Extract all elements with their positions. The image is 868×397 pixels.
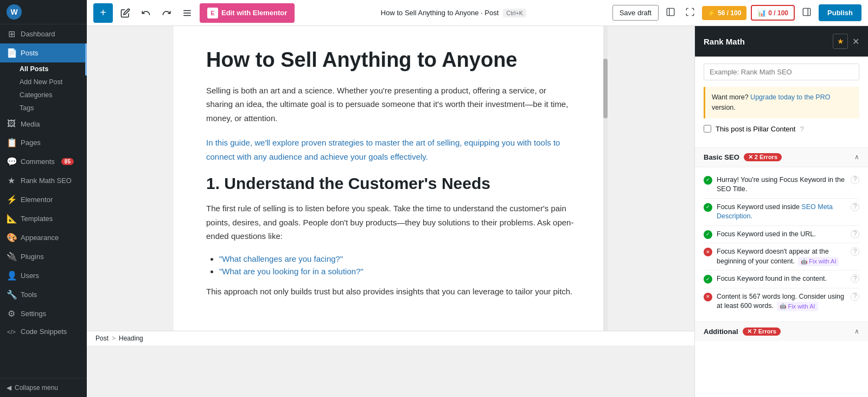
- toolbar: + E Edit with Elementor How to Sell Anyt…: [87, 0, 868, 26]
- upgrade-text2: version.: [712, 104, 736, 111]
- bottom-breadcrumb-bar: Post > Heading: [87, 331, 694, 345]
- sidebar-sub-add-new[interactable]: Add New Post: [15, 75, 87, 89]
- sidebar-item-comments[interactable]: 💬 Comments 85: [0, 152, 87, 171]
- edit-elementor-label: Edit with Elementor: [221, 9, 287, 17]
- rank-math-upgrade-box: Want more? Upgrade today to the PRO vers…: [704, 87, 859, 118]
- settings-icon: ⚙: [7, 308, 16, 319]
- collapse-label: Collapse menu: [15, 384, 58, 392]
- seo-score-value: 56 / 100: [718, 9, 741, 17]
- templates-icon: 📐: [7, 213, 16, 224]
- breadcrumb-separator: >: [112, 335, 116, 342]
- pencil-button[interactable]: [117, 5, 133, 21]
- edit-with-elementor-button[interactable]: E Edit with Elementor: [200, 3, 295, 23]
- fullscreen-button[interactable]: [682, 4, 698, 22]
- check-help-6[interactable]: ?: [851, 292, 859, 301]
- sidebar-item-code-snippets[interactable]: </> Code Snippets: [0, 323, 87, 340]
- rank-math-panel: Rank Math ★ ✕ Want more? Upgrade today t…: [694, 26, 868, 397]
- upgrade-text: Want more?: [712, 93, 749, 101]
- sidebar-item-dashboard[interactable]: ⊞ Dashboard: [0, 24, 87, 43]
- sidebar-item-pages[interactable]: 📋 Pages: [0, 133, 87, 152]
- code-snippets-icon: </>: [7, 329, 16, 335]
- elementor-e-icon: E: [207, 8, 218, 18]
- check-icon-4: ✕: [704, 248, 712, 256]
- fix-ai-link-4[interactable]: 🤖 Fix with AI: [798, 257, 839, 266]
- bullet-item-2: "What are you looking for in a solution?…: [219, 267, 575, 276]
- sidebar-sub-categories[interactable]: Categories: [15, 89, 87, 102]
- publish-button[interactable]: Publish: [819, 4, 861, 21]
- focus-keyword-input[interactable]: [704, 64, 859, 80]
- sidebar-item-templates[interactable]: 📐 Templates: [0, 209, 87, 228]
- seo-score-button[interactable]: ⚡ 56 / 100: [702, 6, 746, 20]
- sidebar-item-settings[interactable]: ⚙ Settings: [0, 304, 87, 323]
- elementor-icon: ⚡: [7, 194, 16, 205]
- sidebar-item-label: Comments: [21, 157, 55, 166]
- check-help-2[interactable]: ?: [851, 203, 859, 211]
- categories-label: Categories: [20, 91, 52, 99]
- check-icon-1: ✓: [704, 176, 712, 185]
- upgrade-link[interactable]: Upgrade today to the PRO: [750, 93, 830, 101]
- save-draft-button[interactable]: Save draft: [612, 5, 659, 21]
- check-help-5[interactable]: ?: [851, 274, 859, 283]
- pillar-content-checkbox[interactable]: [704, 125, 711, 133]
- svg-rect-3: [667, 8, 674, 16]
- post-section1-para: The first rule of selling is to listen b…: [206, 201, 575, 243]
- check-help-3[interactable]: ?: [851, 230, 859, 238]
- sidebar-item-label: Templates: [21, 215, 53, 223]
- view-mode-button[interactable]: [663, 4, 678, 22]
- check-text-6: Content is 567 words long. Consider usin…: [717, 292, 846, 311]
- additional-title: Additional ✕ 7 Errors: [704, 327, 781, 336]
- list-view-button[interactable]: [179, 5, 195, 21]
- sidebar-sub-tags[interactable]: Tags: [15, 102, 87, 115]
- all-posts-label: All Posts: [20, 65, 49, 73]
- rank-math-title: Rank Math: [704, 37, 745, 46]
- basic-seo-section-header[interactable]: Basic SEO ✕ 2 Errors ∧: [695, 147, 868, 167]
- settings-panel-icon: [802, 7, 812, 17]
- sidebar-item-users[interactable]: 👤 Users: [0, 266, 87, 285]
- undo-icon: [141, 8, 151, 18]
- check-icon-5: ✓: [704, 275, 712, 283]
- add-block-button[interactable]: +: [93, 3, 113, 23]
- post-title-area: How to Sell Anything to Anyone · Post Ct…: [299, 9, 608, 17]
- sidebar-item-elementor[interactable]: ⚡ Elementor: [0, 190, 87, 209]
- post-section1-heading: 1. Understand the Customer's Needs: [206, 174, 575, 193]
- tags-label: Tags: [20, 104, 34, 112]
- fix-ai-link-6[interactable]: 🤖 Fix with AI: [777, 302, 818, 311]
- check-2-link[interactable]: SEO Meta Description.: [717, 203, 833, 220]
- check-icon-6: ✕: [704, 293, 712, 301]
- pages-icon: 📋: [7, 137, 16, 148]
- sidebar-item-rank-math[interactable]: ★ Rank Math SEO: [0, 171, 87, 190]
- wordpress-logo: W: [7, 4, 22, 20]
- scrollbar-thumb[interactable]: [603, 59, 608, 118]
- rank-math-close-button[interactable]: ✕: [852, 36, 859, 47]
- check-help-4[interactable]: ?: [851, 247, 859, 256]
- editor[interactable]: How to Sell Anything to Anyone Selling i…: [87, 26, 694, 331]
- sidebar-item-media[interactable]: 🖼 Media: [0, 115, 87, 133]
- content-score-button[interactable]: 📊 0 / 100: [751, 5, 795, 21]
- settings-panel-button[interactable]: [799, 4, 814, 22]
- pillar-content-row: This post is Pillar Content ?: [704, 125, 859, 133]
- bullet-link-2: "What are you looking for in a solution?…: [219, 267, 363, 276]
- sidebar-item-tools[interactable]: 🔧 Tools: [0, 285, 87, 304]
- svg-rect-5: [803, 8, 810, 16]
- appearance-icon: 🎨: [7, 232, 16, 243]
- posts-icon: 📄: [7, 48, 16, 58]
- rank-math-star-button[interactable]: ★: [833, 34, 848, 49]
- collapse-menu[interactable]: ◀ Collapse menu: [0, 378, 87, 397]
- sidebar-item-label: Elementor: [21, 196, 53, 204]
- sidebar-sub-all-posts[interactable]: All Posts: [15, 62, 87, 75]
- breadcrumb-post: Post: [95, 335, 108, 342]
- undo-button[interactable]: [138, 5, 154, 21]
- pillar-help-icon[interactable]: ?: [800, 125, 803, 133]
- sidebar-item-posts[interactable]: 📄 Posts: [0, 43, 87, 62]
- check-text-2: Focus Keyword used inside SEO Meta Descr…: [717, 203, 846, 222]
- sidebar-item-appearance[interactable]: 🎨 Appearance: [0, 228, 87, 247]
- seo-check-2: ✓ Focus Keyword used inside SEO Meta Des…: [704, 199, 859, 226]
- seo-check-3: ✓ Focus Keyword used in the URL. ?: [704, 226, 859, 244]
- sidebar-logo: W: [0, 0, 87, 24]
- additional-section-header[interactable]: Additional ✕ 7 Errors ∧: [695, 322, 868, 341]
- redo-button[interactable]: [158, 5, 175, 21]
- basic-seo-label: Basic SEO: [704, 153, 739, 161]
- keyboard-shortcut: Ctrl+K: [503, 9, 526, 17]
- sidebar-item-plugins[interactable]: 🔌 Plugins: [0, 247, 87, 266]
- check-help-1[interactable]: ?: [851, 175, 859, 184]
